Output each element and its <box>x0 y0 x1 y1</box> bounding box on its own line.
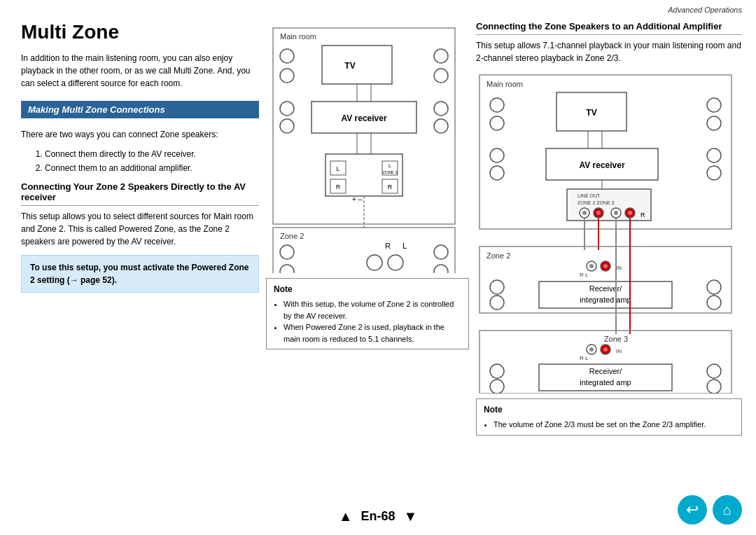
diagram1-svg: Main room TV AV receiver L L ZONE 2 <box>266 21 462 273</box>
svg-text:Main room: Main room <box>486 80 523 88</box>
note1-box: Note With this setup, the volume of Zone… <box>266 278 469 349</box>
svg-text:ZONE 2  ZONE 3: ZONE 2 ZONE 3 <box>578 200 615 205</box>
svg-text:R: R <box>388 183 393 190</box>
svg-rect-2 <box>322 46 392 84</box>
svg-text:AV receiver: AV receiver <box>341 113 386 123</box>
footer-right-buttons: ↩ ⌂ <box>678 495 742 524</box>
svg-point-50 <box>490 148 504 162</box>
left-column: Multi Zone In addition to the main liste… <box>21 21 259 293</box>
svg-text:TV: TV <box>344 61 355 71</box>
note1-bullet-2: When Powered Zone 2 is used, playback in… <box>284 321 461 345</box>
subsection1-body: This setup allows you to select differen… <box>21 210 259 248</box>
svg-point-33 <box>367 255 382 270</box>
svg-rect-0 <box>273 28 455 224</box>
footer: ▲ En-68 ▼ <box>0 508 756 524</box>
svg-point-64 <box>614 211 618 215</box>
subsection1-title: Connecting Your Zone 2 Speakers Directly… <box>21 181 259 206</box>
home-button[interactable]: ⌂ <box>713 495 742 524</box>
page-header: Advanced Operations <box>668 6 742 14</box>
svg-text:R: R <box>640 211 645 218</box>
svg-point-35 <box>434 245 448 259</box>
svg-text:TV: TV <box>586 108 596 118</box>
svg-point-99 <box>490 364 504 378</box>
page-title: Multi Zone <box>21 21 259 43</box>
svg-text:Zone 2: Zone 2 <box>486 251 510 260</box>
highlight-box: To use this setup, you must activate the… <box>21 255 259 293</box>
subsection2-body: This setup allows 7.1-channel playback i… <box>476 39 742 64</box>
svg-point-5 <box>280 69 294 83</box>
middle-column: Main room TV AV receiver L L ZONE 2 <box>266 21 469 349</box>
svg-text:L: L <box>402 242 407 250</box>
svg-point-46 <box>707 98 721 112</box>
right-column: Connecting the Zone Speakers to an Addit… <box>476 21 742 436</box>
svg-text:R: R <box>385 242 391 250</box>
svg-text:AV receiver: AV receiver <box>579 160 624 170</box>
highlight-text: To use this setup, you must activate the… <box>30 263 249 285</box>
svg-point-52 <box>707 148 721 162</box>
svg-point-34 <box>388 255 403 270</box>
making-connections-label: Making Multi Zone Connections <box>28 104 165 115</box>
subsection2-title-text: Connecting the Zone Speakers to an Addit… <box>476 21 722 32</box>
svg-point-102 <box>707 380 721 394</box>
svg-point-60 <box>582 211 587 215</box>
page-number: En-68 <box>360 509 395 524</box>
svg-point-82 <box>490 280 504 294</box>
svg-point-13 <box>434 119 448 133</box>
svg-point-11 <box>280 119 294 133</box>
svg-point-45 <box>490 116 504 130</box>
svg-point-36 <box>434 265 448 273</box>
section-label: Advanced Operations <box>668 6 742 14</box>
svg-point-53 <box>707 166 721 180</box>
list-item-2: Connect them to an additional amplifier. <box>45 162 259 174</box>
diagram2-svg: Main room TV AV receiver LINE OUT ZONE 2… <box>476 71 735 394</box>
note2-bullet-1: The volume of Zone 2/3 must be set on th… <box>493 419 734 431</box>
note2-title: Note <box>484 403 734 416</box>
next-arrow-icon[interactable]: ▼ <box>404 508 418 524</box>
note1-bullet-1: With this setup, the volume of Zone 2 is… <box>284 298 461 321</box>
svg-text:Main room: Main room <box>280 32 316 41</box>
svg-point-47 <box>707 116 721 130</box>
svg-text:integrated amp: integrated amp <box>580 296 631 304</box>
note2-box: Note The volume of Zone 2/3 must be set … <box>476 398 742 436</box>
svg-point-4 <box>280 49 294 63</box>
svg-point-62 <box>596 211 601 215</box>
svg-point-38 <box>280 265 294 273</box>
svg-point-6 <box>434 49 448 63</box>
svg-text:+  –: + – <box>352 195 363 203</box>
svg-point-66 <box>628 211 632 215</box>
svg-point-10 <box>280 102 294 116</box>
svg-text:R    L: R L <box>580 355 589 361</box>
svg-text:LINE OUT: LINE OUT <box>578 193 601 198</box>
svg-text:Zone 2: Zone 2 <box>280 232 304 240</box>
svg-point-12 <box>434 102 448 116</box>
svg-point-85 <box>707 296 721 310</box>
svg-point-51 <box>490 166 504 180</box>
list-item-1: Connect them directly to the AV receiver… <box>45 148 259 160</box>
svg-point-91 <box>589 347 594 352</box>
back-button[interactable]: ↩ <box>678 495 707 524</box>
svg-point-101 <box>707 364 721 378</box>
footer-page: ▲ En-68 ▼ <box>339 508 418 524</box>
svg-text:integrated amp: integrated amp <box>580 378 631 387</box>
svg-text:L: L <box>388 163 391 168</box>
svg-point-37 <box>280 245 294 259</box>
svg-point-83 <box>490 296 504 310</box>
svg-text:ZONE 2: ZONE 2 <box>382 170 398 174</box>
svg-text:R    L: R L <box>580 272 589 278</box>
ways-intro: There are two ways you can connect Zone … <box>21 128 259 141</box>
note1-title: Note <box>274 283 461 296</box>
svg-point-100 <box>490 380 504 394</box>
svg-point-44 <box>490 98 504 112</box>
svg-text:L: L <box>336 165 340 172</box>
svg-text:Receiver/: Receiver/ <box>589 284 622 293</box>
svg-point-7 <box>434 69 448 83</box>
intro-text: In addition to the main listening room, … <box>21 52 259 90</box>
svg-text:IN: IN <box>616 348 622 354</box>
svg-text:R: R <box>336 183 341 190</box>
subsection2-title: Connecting the Zone Speakers to an Addit… <box>476 21 742 35</box>
svg-text:Receiver/: Receiver/ <box>589 367 622 375</box>
making-connections-header: Making Multi Zone Connections <box>21 101 259 118</box>
svg-text:IN: IN <box>616 265 622 271</box>
prev-arrow-icon[interactable]: ▲ <box>339 508 353 524</box>
svg-point-84 <box>707 280 721 294</box>
